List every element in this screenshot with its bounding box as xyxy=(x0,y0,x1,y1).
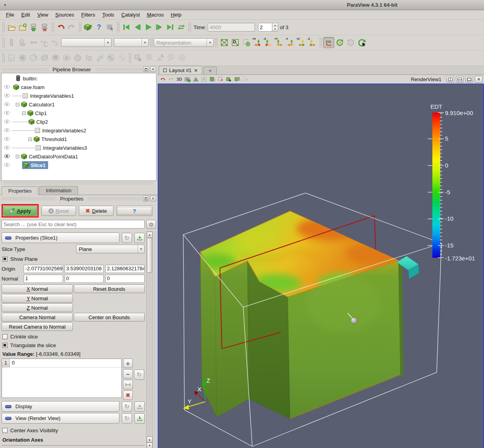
reset-button[interactable]: Reset xyxy=(41,206,76,216)
visibility-eye-icon[interactable] xyxy=(4,154,10,160)
expander-icon[interactable]: − xyxy=(22,112,26,115)
delete-all-values-button[interactable]: ✖ xyxy=(123,390,133,400)
menu-sources[interactable]: Sources xyxy=(52,11,78,19)
camera-normal-button[interactable]: Camera Normal xyxy=(2,313,73,322)
warp-filter-button[interactable] xyxy=(94,52,105,63)
float-dock-button[interactable] xyxy=(143,67,149,72)
scroll-up-icon[interactable]: ▲ xyxy=(147,232,153,238)
select-points-through-button[interactable] xyxy=(217,76,224,82)
plot-over-time-button[interactable] xyxy=(143,52,155,63)
pipeline-item-integratevariables3[interactable]: IntegrateVariables3 xyxy=(2,143,156,152)
split-horizontal-button[interactable] xyxy=(447,76,454,83)
pipeline-item-slice1[interactable]: Slice1 xyxy=(2,161,156,169)
toolbar-grip[interactable] xyxy=(150,37,153,48)
layout-tab[interactable]: Layout #1 ✕ xyxy=(159,66,202,74)
search-input[interactable] xyxy=(2,220,145,229)
group-datasets-filter-button[interactable] xyxy=(105,52,116,63)
triangulate-checkbox[interactable] xyxy=(2,343,7,348)
crinkle-slice-checkbox[interactable] xyxy=(2,334,7,339)
stream-tracer-filter-button[interactable] xyxy=(83,52,94,63)
window-menu-icon[interactable]: ▼ xyxy=(0,3,10,7)
glyph-with-custom-source-button[interactable] xyxy=(177,52,188,63)
origin-y-field[interactable]: 3.53900203108 xyxy=(65,265,104,273)
edit-colormap-button[interactable] xyxy=(17,37,28,48)
normal-z-field[interactable]: 0 xyxy=(105,275,145,283)
normal-x-field[interactable]: 1 xyxy=(24,275,63,283)
tab-properties[interactable]: Properties xyxy=(2,186,38,195)
view-plus-y-button[interactable]: +Y xyxy=(274,37,285,48)
toolbar-grip[interactable] xyxy=(319,37,322,48)
extract-selection-button[interactable] xyxy=(132,52,143,63)
view-minus-y-button[interactable]: -Y xyxy=(285,37,296,48)
select-cells-on-button[interactable] xyxy=(192,76,199,82)
center-on-bounds-button[interactable]: Center on Bounds xyxy=(74,313,145,322)
loop-button[interactable] xyxy=(176,22,187,33)
origin-z-field[interactable]: 2.128606321784 xyxy=(105,265,145,273)
frame-up-icon[interactable]: ▲ xyxy=(272,23,278,27)
visibility-eye-icon[interactable] xyxy=(4,110,10,116)
contour-filter-button[interactable] xyxy=(17,52,28,63)
pipeline-item-clip1[interactable]: − Clip1 xyxy=(2,109,156,117)
title-bar[interactable]: ▼ ParaView 4.3.1 64-bit xyxy=(0,0,484,10)
close-view-button[interactable]: ✕ xyxy=(475,76,482,83)
render-scene[interactable]: Z X Y EDT xyxy=(158,84,483,448)
save-defaults-button[interactable] xyxy=(134,413,145,424)
save-data-button[interactable] xyxy=(17,22,28,33)
scroll-down-icon[interactable]: ▼ xyxy=(147,442,153,448)
redo-button[interactable] xyxy=(66,22,77,33)
rotate-counterclockwise-button[interactable] xyxy=(345,37,356,48)
rescale-range-button[interactable] xyxy=(28,37,39,48)
play-button[interactable] xyxy=(143,22,154,33)
disconnect-server-button[interactable] xyxy=(39,22,50,33)
view-minus-z-button[interactable]: -Z xyxy=(307,37,318,48)
show-plane-checkbox[interactable] xyxy=(2,257,7,262)
representation-combo[interactable]: Representation▼ xyxy=(154,38,214,47)
view-section-toggle[interactable]: View (Render View) xyxy=(2,413,119,424)
reset-bounds-button[interactable]: Reset Bounds xyxy=(74,284,145,293)
frame-down-icon[interactable]: ▼ xyxy=(272,27,278,31)
select-cursor-button[interactable] xyxy=(104,22,115,33)
show-orientation-axes-button[interactable] xyxy=(323,37,334,48)
reset-camera-closest-button[interactable]: D xyxy=(230,37,241,48)
toolbar-grip[interactable] xyxy=(188,22,191,32)
refresh-section-button[interactable]: ↻ xyxy=(122,413,132,424)
visibility-eye-icon[interactable] xyxy=(4,145,10,151)
visibility-eye-icon[interactable] xyxy=(4,136,10,142)
toolbar-grip[interactable] xyxy=(2,22,5,32)
rotate-clockwise-button[interactable] xyxy=(334,37,345,48)
reset-camera-to-normal-button[interactable]: Reset Camera to Normal xyxy=(2,322,73,331)
visibility-eye-icon[interactable] xyxy=(4,119,10,125)
last-frame-button[interactable] xyxy=(165,22,176,33)
pipeline-item-clip2[interactable]: Clip2 xyxy=(2,117,156,126)
refresh-section-button[interactable]: ↻ xyxy=(122,233,132,243)
first-frame-button[interactable] xyxy=(121,22,132,33)
row-value[interactable]: 0 xyxy=(10,359,17,367)
toolbar-grip[interactable] xyxy=(117,22,119,32)
pipeline-dock-titlebar[interactable]: Pipeline Browser ✕ xyxy=(0,66,158,73)
visibility-eye-icon[interactable] xyxy=(4,128,10,134)
select-points-on-button[interactable] xyxy=(201,76,208,82)
center-axes-checkbox[interactable] xyxy=(2,428,7,433)
delete-button[interactable]: ✖ Delete xyxy=(79,206,114,216)
frame-spinbox[interactable]: ▲▼ xyxy=(258,23,278,32)
pipeline-item-threshold1[interactable]: − Threshold1 xyxy=(2,135,156,143)
select-block-button[interactable] xyxy=(225,76,233,82)
origin-x-field[interactable]: -2.07731002569 xyxy=(24,265,63,273)
color-legend-bar[interactable] xyxy=(432,113,440,258)
plot-data-button[interactable] xyxy=(155,52,166,63)
split-vertical-button[interactable] xyxy=(456,76,464,83)
rescale-visible-button[interactable] xyxy=(50,37,61,48)
toolbar-grip[interactable] xyxy=(2,53,5,63)
scrollbar-thumb[interactable] xyxy=(147,238,152,273)
pipeline-item-integratevariables1[interactable]: IntegrateVariables1 xyxy=(2,91,156,100)
close-tab-icon[interactable]: ✕ xyxy=(194,68,198,73)
interactive-select-cells-button[interactable] xyxy=(234,76,241,82)
frame-value-input[interactable] xyxy=(259,23,272,31)
visibility-eye-icon[interactable] xyxy=(4,102,10,108)
y-normal-button[interactable]: Y Normal xyxy=(2,294,73,303)
extract-level-filter-button[interactable] xyxy=(116,52,127,63)
reload-values-button[interactable]: ↻ xyxy=(134,370,144,380)
render-viewport[interactable]: Z X Y EDT xyxy=(158,84,484,448)
next-frame-button[interactable] xyxy=(154,22,165,33)
clip-filter-button[interactable] xyxy=(28,52,39,63)
